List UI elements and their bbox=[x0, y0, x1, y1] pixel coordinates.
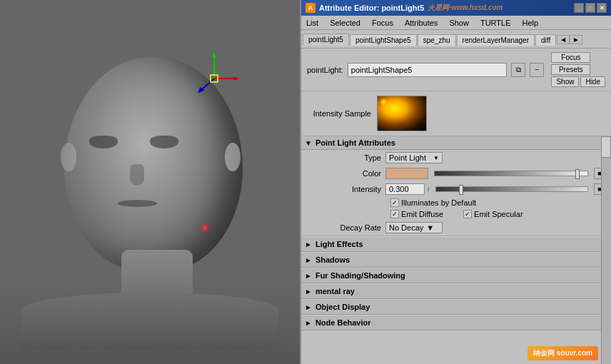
tab-scroll-btn[interactable]: ◄ bbox=[557, 35, 570, 44]
close-btn[interactable]: ✕ bbox=[597, 3, 607, 13]
menu-focus[interactable]: Focus bbox=[370, 18, 395, 28]
illuminates-label: Illuminates by Default bbox=[401, 198, 476, 207]
illuminates-checkbox[interactable]: ✓ bbox=[390, 198, 399, 207]
transform-gizmo[interactable] bbox=[186, 50, 243, 107]
intensity-row: Intensity r ■ bbox=[301, 181, 611, 197]
emit-diffuse-text: Emit Diffuse bbox=[401, 210, 443, 218]
decay-rate-row: Decay Rate No Decay ▼ bbox=[301, 220, 611, 236]
shadows-section[interactable]: ► Shadows bbox=[301, 252, 611, 268]
show-button[interactable]: Show bbox=[551, 76, 579, 87]
node-behavior-section[interactable]: ► Node Behavior bbox=[301, 315, 611, 330]
intensity-input[interactable] bbox=[385, 183, 425, 195]
svg-marker-1 bbox=[212, 51, 216, 57]
color-slider[interactable] bbox=[434, 171, 588, 176]
minus-icon-btn[interactable]: − bbox=[530, 63, 544, 77]
header-action-buttons: Focus Presets Show Hide bbox=[551, 52, 605, 87]
emit-specular-checkbox[interactable]: ✓ bbox=[463, 210, 472, 218]
tab-scroll-right-btn[interactable]: ► bbox=[570, 35, 582, 44]
shadows-arrow: ► bbox=[305, 256, 312, 264]
tab-diff[interactable]: diff bbox=[535, 34, 556, 46]
emit-diffuse-checkbox[interactable]: ✓ bbox=[390, 210, 399, 218]
emit-specular-text: Emit Specular bbox=[474, 210, 522, 218]
attribute-editor-panel: A Attribute Editor: pointLight5 火星网·www.… bbox=[300, 0, 611, 364]
type-dropdown-arrow: ▼ bbox=[433, 155, 439, 161]
illuminates-checkbox-label[interactable]: ✓ Illuminates by Default bbox=[390, 198, 476, 207]
object-display-label: Object Display bbox=[315, 303, 370, 311]
menu-attributes[interactable]: Attributes bbox=[403, 18, 440, 28]
type-dropdown[interactable]: Point Light ▼ bbox=[385, 152, 443, 163]
node-behavior-arrow: ► bbox=[305, 319, 312, 327]
watermark: 火星网·www.hxsd.com bbox=[428, 3, 503, 13]
intensity-swatch-container: ✳ bbox=[377, 96, 427, 131]
pla-expand-arrow: ▼ bbox=[305, 139, 312, 147]
tab-pointlight5[interactable]: pointLight5 bbox=[303, 34, 349, 46]
intensity-drag-icon: r bbox=[428, 186, 430, 193]
object-display-arrow: ► bbox=[305, 303, 312, 311]
scrollbar-thumb[interactable] bbox=[601, 136, 611, 158]
color-row: Color ■ bbox=[301, 166, 611, 181]
tab-spe-zhu[interactable]: spe_zhu bbox=[418, 34, 456, 46]
swatch-star-icon: ✳ bbox=[380, 97, 387, 107]
type-row: Type Point Light ▼ bbox=[301, 150, 611, 166]
light-effects-label: Light Effects bbox=[315, 240, 363, 248]
menu-turtle[interactable]: TURTLE bbox=[478, 18, 513, 28]
menu-selected[interactable]: Selected bbox=[328, 18, 363, 28]
decay-dropdown[interactable]: No Decay ▼ bbox=[385, 222, 443, 233]
emit-specular-label[interactable]: ✓ Emit Specular bbox=[463, 210, 522, 218]
mental-ray-arrow: ► bbox=[305, 288, 312, 295]
minimize-btn[interactable]: _ bbox=[574, 3, 584, 13]
shadows-label: Shadows bbox=[315, 256, 350, 264]
point-light-label: pointLight: bbox=[307, 66, 343, 74]
tabs-row: pointLight5 pointLightShape5 spe_zhu ren… bbox=[301, 30, 611, 49]
intensity-slider[interactable] bbox=[435, 186, 588, 192]
pla-section-title: Point Light Attributes bbox=[315, 138, 395, 147]
attributes-panel[interactable]: ▼ Point Light Attributes Type Point Ligh… bbox=[301, 136, 611, 364]
mental-ray-label: mental ray bbox=[315, 287, 355, 295]
mental-ray-section[interactable]: ► mental ray bbox=[301, 283, 611, 299]
presets-button[interactable]: Presets bbox=[551, 64, 590, 75]
color-swatch[interactable] bbox=[385, 168, 428, 179]
color-label: Color bbox=[307, 169, 385, 178]
intensity-sample-label: Intensity Sample bbox=[307, 109, 371, 118]
decay-dropdown-arrow: ▼ bbox=[426, 223, 434, 232]
fur-shading-arrow: ► bbox=[305, 272, 312, 280]
fur-shading-label: Fur Shading/Shadowing bbox=[315, 271, 405, 280]
copy-icon-btn[interactable]: ⧉ bbox=[511, 63, 525, 77]
title-bar: A Attribute Editor: pointLight5 火星网·www.… bbox=[301, 0, 611, 16]
menu-list[interactable]: List bbox=[304, 18, 320, 28]
focus-button[interactable]: Focus bbox=[551, 52, 590, 63]
header-section: pointLight: ⧉ − Focus Presets Show Hide bbox=[301, 49, 611, 91]
scrollbar-track[interactable] bbox=[601, 136, 611, 364]
window-title: Attribute Editor: pointLight5 bbox=[319, 4, 424, 12]
point-light-3d-indicator: ✳ bbox=[200, 221, 209, 235]
object-display-section[interactable]: ► Object Display bbox=[301, 299, 611, 315]
type-value: Point Light bbox=[389, 153, 426, 162]
pla-section-header[interactable]: ▼ Point Light Attributes bbox=[301, 136, 611, 150]
tab-renderlayermanager[interactable]: renderLayerManager bbox=[457, 34, 535, 46]
svg-marker-3 bbox=[233, 76, 239, 81]
point-light-name-input[interactable] bbox=[348, 63, 508, 77]
viewport-3d[interactable]: ✳ bbox=[0, 0, 300, 364]
logo-watermark: 纳金网 souvr.com bbox=[527, 346, 598, 360]
point-light-attributes-section: ▼ Point Light Attributes Type Point Ligh… bbox=[301, 136, 611, 236]
node-behavior-label: Node Behavior bbox=[315, 318, 371, 327]
type-label: Type bbox=[307, 153, 385, 162]
illuminates-row: ✓ Illuminates by Default bbox=[301, 197, 611, 208]
menu-show[interactable]: Show bbox=[447, 18, 471, 28]
intensity-label: Intensity bbox=[307, 185, 385, 193]
decay-value: No Decay bbox=[389, 223, 423, 232]
tab-pointlightshape5[interactable]: pointLightShape5 bbox=[350, 34, 417, 46]
app-icon: A bbox=[306, 3, 315, 13]
light-effects-section[interactable]: ► Light Effects bbox=[301, 236, 611, 252]
decay-rate-label: Decay Rate bbox=[307, 223, 385, 232]
fur-shading-section[interactable]: ► Fur Shading/Shadowing bbox=[301, 268, 611, 283]
emit-diffuse-label[interactable]: ✓ Emit Diffuse bbox=[390, 210, 443, 218]
menu-bar: List Selected Focus Attributes Show TURT… bbox=[301, 16, 611, 30]
maximize-btn[interactable]: □ bbox=[585, 3, 595, 13]
emit-row: ✓ Emit Diffuse ✓ Emit Specular bbox=[301, 208, 611, 220]
hide-button[interactable]: Hide bbox=[580, 76, 605, 87]
light-effects-arrow: ► bbox=[305, 241, 312, 248]
intensity-sample-section: Intensity Sample ✳ bbox=[301, 91, 611, 136]
menu-help[interactable]: Help bbox=[520, 18, 541, 28]
